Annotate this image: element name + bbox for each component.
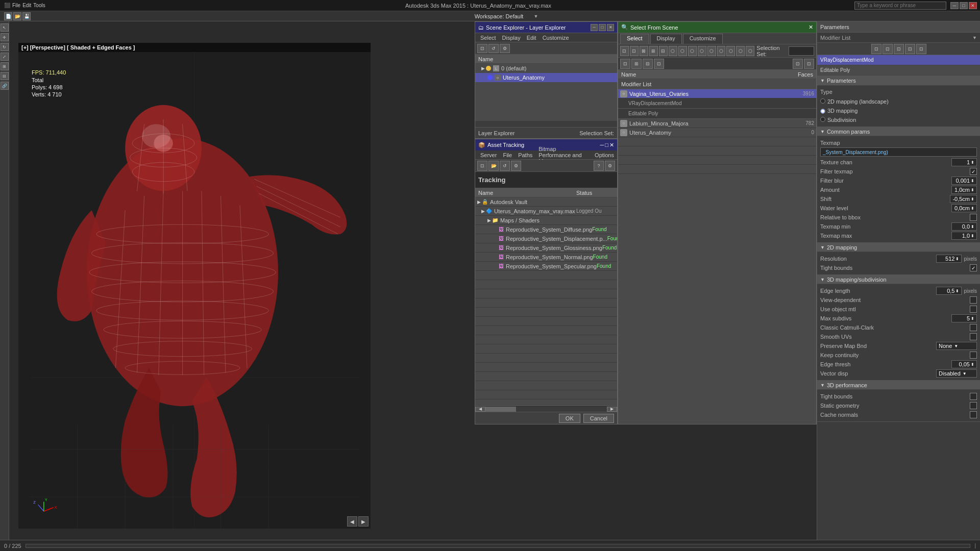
max-subdivs-value[interactable]: 5 ⬍ <box>951 314 977 322</box>
sfs-tab-select[interactable]: Select <box>620 34 649 44</box>
sfs-tb-opt5[interactable]: ⬡ <box>707 46 716 56</box>
sfs-tb-opt1[interactable]: ⬡ <box>669 46 677 56</box>
type-2d-radio[interactable] <box>820 98 825 104</box>
sfs-tb2-3[interactable]: ⊟ <box>643 59 653 69</box>
new-button[interactable]: 📄 <box>4 12 12 20</box>
edge-thresh-value[interactable]: 0,05 ⬍ <box>951 360 977 368</box>
texmap-min-spinner[interactable]: ⬍ <box>971 224 974 229</box>
menus-edit[interactable]: Edit <box>22 3 31 8</box>
sfs-tb2-5[interactable]: ⊡ <box>793 59 803 69</box>
common-params-header[interactable]: ▼ Common params <box>817 127 980 136</box>
move-tool[interactable]: ✛ <box>1 33 9 41</box>
sfs-obj-vagina[interactable]: ○ Vagina_Uterus_Ovaries 3916 <box>618 89 816 98</box>
se-tb-options[interactable]: ⚙ <box>500 44 510 53</box>
type-3d-radio[interactable] <box>820 109 825 114</box>
at-tb2[interactable]: 📂 <box>488 161 499 171</box>
sfs-tab-customize[interactable]: Customize <box>683 34 723 44</box>
menus-file[interactable]: File <box>12 3 20 8</box>
at-scrollbar[interactable]: ◀ ▶ <box>475 406 617 412</box>
water-level-value[interactable]: 0,0cm ⬍ <box>951 204 977 212</box>
use-obj-mtl-checkbox[interactable] <box>970 306 977 313</box>
water-level-spinner[interactable]: ⬍ <box>971 206 974 211</box>
se-close[interactable]: ✕ <box>607 24 614 31</box>
sfs-tb-opt7[interactable]: ⬡ <box>726 46 735 56</box>
search-input[interactable] <box>854 2 946 10</box>
uv-subdivision-header[interactable]: ▼ 3D mapping/subdivision <box>817 275 980 284</box>
se-restore[interactable]: □ <box>599 24 606 31</box>
at-ok-button[interactable]: OK <box>559 414 580 423</box>
link-tool[interactable]: 🔗 <box>1 82 9 90</box>
se-menu-display[interactable]: Display <box>499 35 524 41</box>
select-tool[interactable]: ↖ <box>1 23 9 32</box>
save-button[interactable]: 💾 <box>22 12 31 20</box>
keep-cont-checkbox[interactable] <box>970 352 977 359</box>
minimize-button[interactable]: ─ <box>950 2 959 9</box>
edge-length-spinner[interactable]: ⬍ <box>955 289 959 293</box>
mod-stack-editable[interactable]: Editable Poly <box>817 65 980 76</box>
at-menu-server[interactable]: Server <box>477 152 500 158</box>
rotate-tool[interactable]: ↻ <box>1 43 9 51</box>
close-button[interactable]: ✕ <box>969 2 977 9</box>
at-vault-row[interactable]: ▶ 🔒 Autodesk Vault <box>475 197 617 207</box>
sfs-tb-opt9[interactable]: ⬡ <box>746 46 754 56</box>
performance-header[interactable]: ▼ 3D performance <box>817 381 980 390</box>
se-layer-0[interactable]: ▶ L 0 (default) <box>475 64 617 73</box>
se-tb-sync[interactable]: ↺ <box>488 44 499 53</box>
at-disp-row[interactable]: 🖼 Reproductive_System_Displacement.p... … <box>475 234 617 243</box>
at-scroll-right[interactable]: ▶ <box>607 407 617 412</box>
texmap-min-value[interactable]: 0,0 ⬍ <box>951 222 977 231</box>
at-vault-expand[interactable]: ▶ <box>477 199 481 205</box>
type-sub-radio[interactable] <box>820 117 825 122</box>
mod-nav-5[interactable]: ⊡ <box>916 44 926 54</box>
se-menu-edit[interactable]: Edit <box>524 35 540 41</box>
sfs-tb-sort[interactable]: ⊟ <box>659 46 668 56</box>
sfs-tb2-2[interactable]: ⊞ <box>631 59 642 69</box>
amount-spinner[interactable]: ⬍ <box>971 188 974 192</box>
relative-bbox-checkbox[interactable] <box>970 214 977 221</box>
viewport[interactable]: [+] [Perspective] [ Shaded + Edged Faces… <box>18 43 371 529</box>
at-close[interactable]: ✕ <box>609 142 614 148</box>
menus-tools[interactable]: Tools <box>33 3 45 8</box>
shift-spinner[interactable]: ⬍ <box>971 197 974 202</box>
at-normal-row[interactable]: 🖼 Reproductive_System_Normal.png Found <box>475 253 617 262</box>
at-diffuse-row[interactable]: 🖼 Reproductive_System_Diffuse.png Found <box>475 225 617 234</box>
texmap-value-row[interactable]: _System_Displacement.png) <box>820 147 977 157</box>
at-menu-paths[interactable]: Paths <box>515 152 535 158</box>
static-geom-checkbox[interactable] <box>970 402 977 409</box>
at-menu-file[interactable]: File <box>500 152 515 158</box>
nav-prev[interactable]: ◀ <box>347 516 357 527</box>
edge-length-value[interactable]: 0,5 ⬍ <box>936 287 962 295</box>
perf-tight-bounds-checkbox[interactable] <box>970 393 977 400</box>
params-section-header[interactable]: ▼ Parameters <box>817 76 980 86</box>
sfs-close[interactable]: ✕ <box>808 24 813 31</box>
at-max-row[interactable]: ▶ 🔷 Uterus_Anatomy_max_vray.max Logged O… <box>475 207 617 216</box>
classic-cc-checkbox[interactable] <box>970 324 977 331</box>
se-expand-0[interactable]: ▶ <box>481 66 485 71</box>
sfs-tb-opt4[interactable]: ⬡ <box>698 46 706 56</box>
at-tb4[interactable]: ⚙ <box>511 161 521 171</box>
max-subdivs-spinner[interactable]: ⬍ <box>971 316 974 321</box>
sfs-tb-filter4[interactable]: ⊞ <box>649 46 658 56</box>
uv-mapping-header[interactable]: ▼ 2D mapping <box>817 243 980 252</box>
amount-value[interactable]: 1,0cm ⬍ <box>951 186 977 194</box>
resolution-spinner[interactable]: ⬍ <box>955 257 959 261</box>
filter-blur-spinner[interactable]: ⬍ <box>971 179 974 183</box>
sfs-tab-display[interactable]: Display <box>650 34 682 44</box>
at-tb1[interactable]: ⊡ <box>477 161 487 171</box>
snap-tool[interactable]: ⊞ <box>1 62 9 70</box>
cache-normals-checkbox[interactable] <box>970 411 977 418</box>
scale-tool[interactable]: ⤢ <box>1 53 9 61</box>
restore-button[interactable]: □ <box>960 2 968 9</box>
edge-thresh-spinner[interactable]: ⬍ <box>971 362 974 367</box>
texmap-max-value[interactable]: 1,0 ⬍ <box>951 232 977 240</box>
at-minimize[interactable]: ─ <box>600 142 604 148</box>
sfs-tb2-6[interactable]: ⊡ <box>804 59 814 69</box>
texchan-value[interactable]: 1 ⬍ <box>951 158 977 166</box>
sfs-modifier-vray[interactable]: VRayDisplacementMod <box>618 98 816 109</box>
sfs-tb-opt2[interactable]: ⬡ <box>678 46 687 56</box>
se-menu-select[interactable]: Select <box>477 35 499 41</box>
filter-texmap-checkbox[interactable] <box>970 168 977 175</box>
smooth-uvs-checkbox[interactable] <box>970 333 977 340</box>
sfs-obj-uterus[interactable]: ○ Uterus_Anatomy 0 <box>618 128 816 137</box>
sfs-tb-filter3[interactable]: ⊠ <box>640 46 648 56</box>
